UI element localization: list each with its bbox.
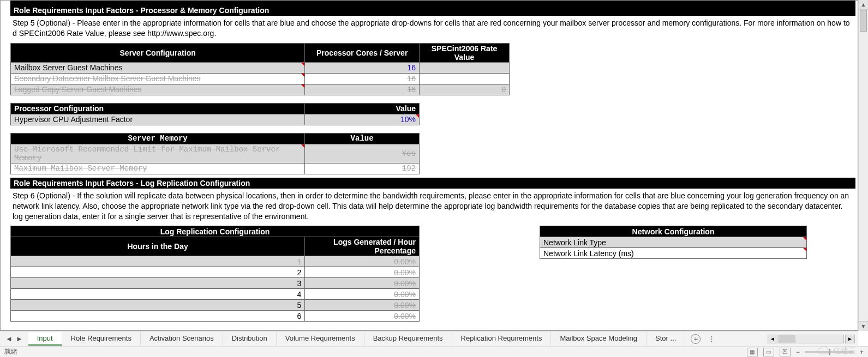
- cell-pct[interactable]: 0.00%: [305, 289, 420, 300]
- status-ready: 就绪: [4, 347, 17, 356]
- cell-pct[interactable]: 0.00%: [305, 256, 420, 267]
- tab-nav: ◄ ►: [0, 335, 28, 343]
- cell-label[interactable]: Mailbox Server Guest Machines: [11, 62, 305, 73]
- zoom-in-button[interactable]: +: [860, 348, 864, 356]
- col-header: Server Configuration: [11, 43, 305, 62]
- sheet-tab[interactable]: Role Requirements: [62, 332, 141, 346]
- sheet-tab-strip: ◄ ► InputRole RequirementsActivation Sce…: [0, 331, 858, 346]
- sheet-tab[interactable]: Volume Requirements: [277, 332, 364, 346]
- col-header: Value: [305, 103, 420, 114]
- worksheet-viewport: Role Requirements Input Factors - Proces…: [0, 0, 858, 331]
- cell-hour[interactable]: 1: [11, 256, 305, 267]
- network-config-table: Network Configuration Network Link Type …: [540, 226, 807, 259]
- server-config-table: Server Configuration Processor Cores / S…: [10, 43, 510, 95]
- section-header-log-repl: Role Requirements Input Factors - Log Re…: [10, 178, 855, 189]
- zoom-slider[interactable]: [805, 351, 854, 353]
- cell-value[interactable]: 192: [305, 163, 420, 174]
- section-desc-log-repl: Step 6 (Optional) - If the solution will…: [10, 189, 855, 226]
- cell-label[interactable]: Network Link Latency (ms): [540, 248, 807, 259]
- cell-hour[interactable]: 6: [11, 311, 305, 322]
- cell-hour[interactable]: 2: [11, 267, 305, 278]
- cell-hour[interactable]: 4: [11, 289, 305, 300]
- tab-prev-icon[interactable]: ◄: [5, 335, 13, 343]
- cell-label[interactable]: Lagged Copy Server Guest Machines: [11, 84, 305, 95]
- cell-pct[interactable]: 0.00%: [305, 278, 420, 289]
- cell-label[interactable]: Maximum Mailbox Server Memory: [11, 163, 305, 174]
- cell-spec[interactable]: [420, 73, 510, 84]
- cell-label[interactable]: Network Link Type: [540, 237, 807, 248]
- col-header: Logs Generated / Hour Percentage: [305, 237, 420, 256]
- sheet-tab[interactable]: Stor ...: [646, 332, 685, 346]
- cell-cores[interactable]: 16: [305, 73, 420, 84]
- divider: [10, 1, 855, 5]
- hscroll-thumb[interactable]: [779, 335, 795, 343]
- col-header: Value: [305, 133, 420, 144]
- table-title: Log Replication Configuration: [11, 226, 420, 237]
- col-header: Server Memory: [11, 133, 305, 144]
- col-header: Hours in the Day: [11, 237, 305, 256]
- cell-value[interactable]: Yes: [305, 144, 420, 163]
- cell-hour[interactable]: 5: [11, 300, 305, 311]
- sheet-tab[interactable]: Distribution: [223, 332, 277, 346]
- scroll-down-icon[interactable]: ▼: [859, 321, 868, 331]
- hscroll-track[interactable]: [779, 335, 844, 343]
- cell-spec[interactable]: 0: [420, 84, 510, 95]
- hscroll-right-icon[interactable]: ►: [845, 335, 855, 343]
- sheet-tab[interactable]: Mailbox Space Modeling: [551, 332, 646, 346]
- sheet-tab[interactable]: Backup Requirements: [364, 332, 452, 346]
- cell-label[interactable]: Use Microsoft Recommended Limit for Maxi…: [11, 144, 305, 163]
- col-header: SPECint2006 Rate Value: [420, 43, 510, 62]
- cell-value[interactable]: 10%: [305, 114, 420, 125]
- cell-cores[interactable]: 16: [305, 62, 420, 73]
- cell-pct[interactable]: 0.00%: [305, 267, 420, 278]
- scroll-thumb[interactable]: [860, 10, 867, 32]
- col-header: Processor Configuration: [11, 103, 305, 114]
- scroll-track[interactable]: [859, 10, 868, 321]
- vertical-scrollbar[interactable]: ▲ ▼: [858, 0, 868, 331]
- view-page-layout-icon[interactable]: ▭: [763, 348, 774, 356]
- sheet-tab[interactable]: Activation Scenarios: [141, 332, 223, 346]
- new-sheet-button[interactable]: ＋: [691, 334, 701, 344]
- sheet-tab[interactable]: Input: [28, 332, 62, 346]
- scroll-up-icon[interactable]: ▲: [859, 0, 868, 10]
- section-desc-proc-mem: Step 5 (Optional) - Please enter in the …: [10, 16, 855, 43]
- zoom-out-button[interactable]: −: [796, 348, 800, 356]
- horizontal-scrollbar[interactable]: ◄ ►: [768, 335, 858, 343]
- col-header: Processor Cores / Server: [305, 43, 420, 62]
- table-title: Network Configuration: [540, 226, 807, 237]
- hscroll-left-icon[interactable]: ◄: [768, 335, 777, 343]
- tab-next-icon[interactable]: ►: [16, 335, 23, 343]
- view-page-break-icon[interactable]: 凹: [780, 348, 791, 356]
- processor-config-table: Processor Configuration Value Hypervisor…: [10, 103, 420, 125]
- cell-pct[interactable]: 0.00%: [305, 300, 420, 311]
- section-header-proc-mem: Role Requirements Input Factors - Proces…: [10, 5, 855, 16]
- cell-label[interactable]: Secondary Datacenter Mailbox Server Gues…: [11, 73, 305, 84]
- sheet-tab[interactable]: Replication Requirements: [452, 332, 552, 346]
- cell-spec[interactable]: [420, 62, 510, 73]
- status-bar: 就绪 ▦ ▭ 凹 − +: [0, 346, 868, 357]
- tab-overflow-icon[interactable]: ⋮: [708, 335, 716, 343]
- log-replication-table: Log Replication Configuration Hours in t…: [10, 226, 420, 322]
- server-memory-table: Server Memory Value Use Microsoft Recomm…: [10, 133, 420, 174]
- cell-pct[interactable]: 0.00%: [305, 311, 420, 322]
- cell-cores[interactable]: 16: [305, 84, 420, 95]
- cell-label[interactable]: Hypervisor CPU Adjustment Factor: [11, 114, 305, 125]
- cell-hour[interactable]: 3: [11, 278, 305, 289]
- view-normal-icon[interactable]: ▦: [747, 348, 758, 356]
